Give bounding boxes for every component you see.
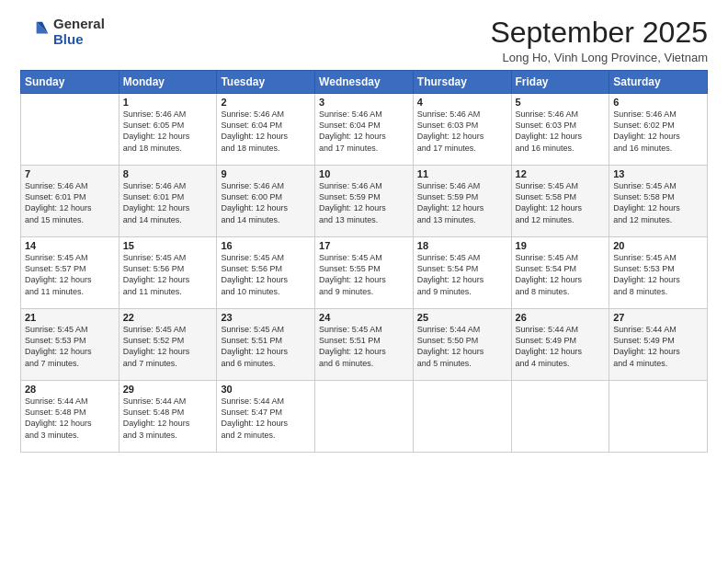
title-block: September 2025 Long Ho, Vinh Long Provin… — [490, 17, 708, 64]
day-cell: 24Sunrise: 5:45 AMSunset: 5:51 PMDayligh… — [315, 309, 414, 381]
day-cell: 10Sunrise: 5:46 AMSunset: 5:59 PMDayligh… — [315, 166, 414, 237]
day-info: Sunrise: 5:45 AMSunset: 5:52 PMDaylight:… — [123, 324, 213, 369]
logo: General Blue — [20, 17, 105, 47]
day-number: 22 — [123, 312, 213, 323]
day-cell: 15Sunrise: 5:45 AMSunset: 5:56 PMDayligh… — [119, 237, 217, 309]
week-row-5: 28Sunrise: 5:44 AMSunset: 5:48 PMDayligh… — [21, 381, 708, 453]
day-info: Sunrise: 5:45 AMSunset: 5:53 PMDaylight:… — [613, 252, 703, 297]
day-info: Sunrise: 5:46 AMSunset: 6:01 PMDaylight:… — [123, 180, 213, 225]
day-cell: 1Sunrise: 5:46 AMSunset: 6:05 PMDaylight… — [119, 94, 217, 166]
day-info: Sunrise: 5:45 AMSunset: 5:55 PMDaylight:… — [319, 252, 409, 297]
day-info: Sunrise: 5:45 AMSunset: 5:58 PMDaylight:… — [613, 180, 703, 225]
day-cell: 11Sunrise: 5:46 AMSunset: 5:59 PMDayligh… — [413, 166, 511, 237]
day-number: 10 — [319, 168, 409, 179]
day-info: Sunrise: 5:45 AMSunset: 5:53 PMDaylight:… — [25, 324, 115, 369]
weekday-header-tuesday: Tuesday — [217, 71, 315, 94]
day-number: 24 — [319, 312, 409, 323]
day-cell: 6Sunrise: 5:46 AMSunset: 6:02 PMDaylight… — [609, 94, 708, 166]
day-info: Sunrise: 5:46 AMSunset: 6:04 PMDaylight:… — [319, 109, 409, 154]
day-info: Sunrise: 5:46 AMSunset: 6:03 PMDaylight:… — [516, 109, 606, 154]
day-cell — [609, 381, 708, 453]
month-title: September 2025 — [490, 17, 708, 49]
day-number: 20 — [613, 240, 703, 251]
week-row-4: 21Sunrise: 5:45 AMSunset: 5:53 PMDayligh… — [21, 309, 708, 381]
day-number: 12 — [516, 168, 606, 179]
day-cell: 14Sunrise: 5:45 AMSunset: 5:57 PMDayligh… — [21, 237, 119, 309]
day-cell: 5Sunrise: 5:46 AMSunset: 6:03 PMDaylight… — [511, 94, 609, 166]
day-info: Sunrise: 5:46 AMSunset: 6:05 PMDaylight:… — [123, 109, 213, 154]
day-info: Sunrise: 5:45 AMSunset: 5:54 PMDaylight:… — [417, 252, 507, 297]
day-number: 18 — [417, 240, 507, 251]
day-cell: 2Sunrise: 5:46 AMSunset: 6:04 PMDaylight… — [217, 94, 315, 166]
logo-blue: Blue — [53, 32, 105, 48]
day-number: 25 — [417, 312, 507, 323]
day-number: 27 — [613, 312, 703, 323]
calendar-table: SundayMondayTuesdayWednesdayThursdayFrid… — [20, 70, 708, 453]
day-number: 19 — [516, 240, 606, 251]
day-info: Sunrise: 5:45 AMSunset: 5:56 PMDaylight:… — [221, 252, 311, 297]
weekday-header-monday: Monday — [119, 71, 217, 94]
day-number: 11 — [417, 168, 507, 179]
day-number: 15 — [123, 240, 213, 251]
day-info: Sunrise: 5:44 AMSunset: 5:48 PMDaylight:… — [25, 396, 115, 441]
day-cell: 23Sunrise: 5:45 AMSunset: 5:51 PMDayligh… — [217, 309, 315, 381]
day-number: 16 — [221, 240, 311, 251]
day-info: Sunrise: 5:45 AMSunset: 5:51 PMDaylight:… — [319, 324, 409, 369]
day-cell: 9Sunrise: 5:46 AMSunset: 6:00 PMDaylight… — [217, 166, 315, 237]
day-number: 13 — [613, 168, 703, 179]
day-cell: 25Sunrise: 5:44 AMSunset: 5:50 PMDayligh… — [413, 309, 511, 381]
day-cell: 20Sunrise: 5:45 AMSunset: 5:53 PMDayligh… — [609, 237, 708, 309]
day-info: Sunrise: 5:44 AMSunset: 5:49 PMDaylight:… — [516, 324, 606, 369]
day-cell — [511, 381, 609, 453]
day-info: Sunrise: 5:45 AMSunset: 5:51 PMDaylight:… — [221, 324, 311, 369]
day-cell: 28Sunrise: 5:44 AMSunset: 5:48 PMDayligh… — [21, 381, 119, 453]
weekday-header-row: SundayMondayTuesdayWednesdayThursdayFrid… — [21, 71, 708, 94]
day-cell: 12Sunrise: 5:45 AMSunset: 5:58 PMDayligh… — [511, 166, 609, 237]
day-number: 7 — [25, 168, 115, 179]
day-cell — [21, 94, 119, 166]
day-cell: 8Sunrise: 5:46 AMSunset: 6:01 PMDaylight… — [119, 166, 217, 237]
day-number: 4 — [417, 97, 507, 108]
day-info: Sunrise: 5:46 AMSunset: 5:59 PMDaylight:… — [319, 180, 409, 225]
weekday-header-wednesday: Wednesday — [315, 71, 414, 94]
day-cell: 30Sunrise: 5:44 AMSunset: 5:47 PMDayligh… — [217, 381, 315, 453]
day-info: Sunrise: 5:46 AMSunset: 6:02 PMDaylight:… — [613, 109, 703, 154]
week-row-2: 7Sunrise: 5:46 AMSunset: 6:01 PMDaylight… — [21, 166, 708, 237]
week-row-3: 14Sunrise: 5:45 AMSunset: 5:57 PMDayligh… — [21, 237, 708, 309]
day-info: Sunrise: 5:44 AMSunset: 5:48 PMDaylight:… — [123, 396, 213, 441]
day-number: 30 — [221, 384, 311, 395]
day-info: Sunrise: 5:44 AMSunset: 5:50 PMDaylight:… — [417, 324, 507, 369]
day-cell: 3Sunrise: 5:46 AMSunset: 6:04 PMDaylight… — [315, 94, 414, 166]
day-cell: 7Sunrise: 5:46 AMSunset: 6:01 PMDaylight… — [21, 166, 119, 237]
day-number: 14 — [25, 240, 115, 251]
location-title: Long Ho, Vinh Long Province, Vietnam — [490, 51, 708, 64]
day-number: 28 — [25, 384, 115, 395]
day-cell — [315, 381, 414, 453]
day-info: Sunrise: 5:46 AMSunset: 6:04 PMDaylight:… — [221, 109, 311, 154]
day-number: 5 — [516, 97, 606, 108]
day-cell: 18Sunrise: 5:45 AMSunset: 5:54 PMDayligh… — [413, 237, 511, 309]
day-number: 6 — [613, 97, 703, 108]
day-cell: 4Sunrise: 5:46 AMSunset: 6:03 PMDaylight… — [413, 94, 511, 166]
day-cell: 27Sunrise: 5:44 AMSunset: 5:49 PMDayligh… — [609, 309, 708, 381]
day-number: 2 — [221, 97, 311, 108]
day-info: Sunrise: 5:45 AMSunset: 5:57 PMDaylight:… — [25, 252, 115, 297]
day-cell: 19Sunrise: 5:45 AMSunset: 5:54 PMDayligh… — [511, 237, 609, 309]
day-number: 9 — [221, 168, 311, 179]
day-info: Sunrise: 5:44 AMSunset: 5:49 PMDaylight:… — [613, 324, 703, 369]
logo-general: General — [53, 17, 105, 32]
day-number: 17 — [319, 240, 409, 251]
day-info: Sunrise: 5:45 AMSunset: 5:56 PMDaylight:… — [123, 252, 213, 297]
weekday-header-saturday: Saturday — [609, 71, 708, 94]
day-info: Sunrise: 5:46 AMSunset: 6:03 PMDaylight:… — [417, 109, 507, 154]
logo-text: General Blue — [53, 17, 105, 47]
day-cell: 17Sunrise: 5:45 AMSunset: 5:55 PMDayligh… — [315, 237, 414, 309]
day-number: 23 — [221, 312, 311, 323]
day-number: 26 — [516, 312, 606, 323]
day-info: Sunrise: 5:46 AMSunset: 6:00 PMDaylight:… — [221, 180, 311, 225]
day-cell: 13Sunrise: 5:45 AMSunset: 5:58 PMDayligh… — [609, 166, 708, 237]
day-cell: 22Sunrise: 5:45 AMSunset: 5:52 PMDayligh… — [119, 309, 217, 381]
header: General Blue September 2025 Long Ho, Vin… — [20, 17, 708, 64]
day-info: Sunrise: 5:46 AMSunset: 5:59 PMDaylight:… — [417, 180, 507, 225]
day-info: Sunrise: 5:44 AMSunset: 5:47 PMDaylight:… — [221, 396, 311, 441]
